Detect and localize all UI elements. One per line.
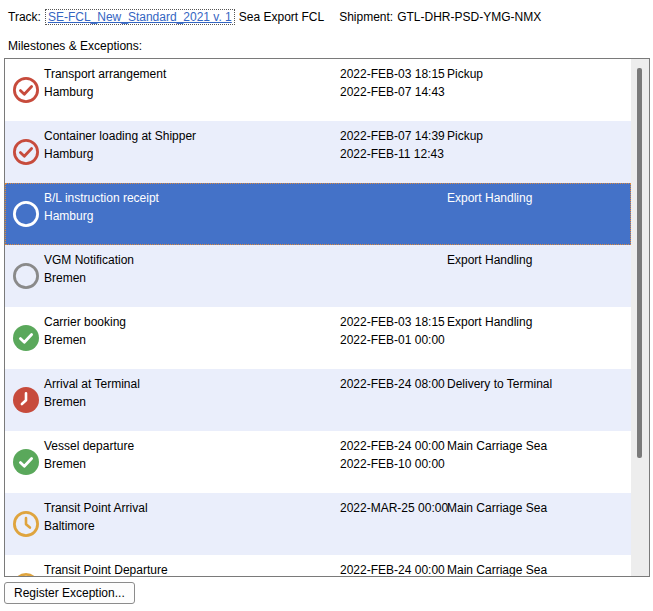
- milestone-row[interactable]: Vessel departure Bremen 2022-FEB-24 00:0…: [5, 431, 631, 493]
- check-filled-icon: [12, 324, 40, 352]
- milestone-row[interactable]: Transit Point Departure 2022-FEB-24 00:0…: [5, 555, 631, 577]
- milestones-list-label: Milestones & Exceptions:: [8, 39, 142, 53]
- milestone-date-1: 2022-FEB-24 00:00: [340, 439, 445, 453]
- register-exception-button[interactable]: Register Exception...: [4, 582, 135, 604]
- track-label: Track:: [8, 10, 41, 24]
- circle-outline-icon: [12, 262, 40, 290]
- milestone-date-2: 2022-FEB-07 14:43: [340, 85, 445, 99]
- track-type-text: Sea Export FCL: [239, 10, 324, 24]
- milestone-row[interactable]: Carrier booking Bremen 2022-FEB-03 18:15…: [5, 307, 631, 369]
- milestone-row[interactable]: B/L instruction receipt Hamburg Export H…: [5, 183, 631, 245]
- header-bar: Track: SE-FCL_New_Standard_2021 v. 1 Sea…: [8, 8, 648, 26]
- milestone-category: Delivery to Terminal: [447, 377, 552, 391]
- check-outline-icon: [12, 76, 40, 104]
- milestone-row[interactable]: Arrival at Terminal Bremen 2022-FEB-24 0…: [5, 369, 631, 431]
- milestone-date-1: 2022-FEB-03 18:15: [340, 315, 445, 329]
- milestone-date-1: 2022-FEB-03 18:15: [340, 67, 445, 81]
- milestone-location: Bremen: [44, 457, 86, 471]
- milestone-title: Arrival at Terminal: [44, 377, 140, 391]
- milestone-category: Export Handling: [447, 191, 532, 205]
- track-link[interactable]: SE-FCL_New_Standard_2021 v. 1: [45, 9, 235, 25]
- milestone-date-1: 2022-FEB-07 14:39: [340, 129, 445, 143]
- milestone-title: Transit Point Departure: [44, 563, 168, 577]
- check-outline-icon: [12, 138, 40, 166]
- milestone-location: Hamburg: [44, 147, 93, 161]
- milestone-row[interactable]: Transit Point Arrival Baltimore 2022-MAR…: [5, 493, 631, 555]
- milestone-title: Transport arrangement: [44, 67, 166, 81]
- clock-outline-icon: [12, 510, 40, 538]
- milestone-row[interactable]: Container loading at Shipper Hamburg 202…: [5, 121, 631, 183]
- milestone-title: Container loading at Shipper: [44, 129, 196, 143]
- milestone-title: Vessel departure: [44, 439, 134, 453]
- milestone-date-1: 2022-FEB-24 08:00: [340, 377, 445, 391]
- milestone-date-1: 2022-MAR-25 00:00: [340, 501, 448, 515]
- milestone-title: VGM Notification: [44, 253, 134, 267]
- milestone-location: Bremen: [44, 271, 86, 285]
- scrollbar-thumb[interactable]: [637, 68, 642, 458]
- milestones-listbox: Transport arrangement Hamburg 2022-FEB-0…: [4, 58, 650, 577]
- clock-outline-icon: [12, 572, 40, 577]
- milestone-location: Hamburg: [44, 209, 93, 223]
- milestone-category: Main Carriage Sea: [447, 563, 547, 577]
- milestone-date-2: 2022-FEB-10 00:00: [340, 457, 445, 471]
- milestone-location: Bremen: [44, 333, 86, 347]
- milestone-location: Baltimore: [44, 519, 95, 533]
- milestone-location: Bremen: [44, 395, 86, 409]
- milestone-category: Main Carriage Sea: [447, 501, 547, 515]
- milestone-category: Main Carriage Sea: [447, 439, 547, 453]
- milestone-category: Pickup: [447, 67, 483, 81]
- milestone-date-2: 2022-FEB-01 00:00: [340, 333, 445, 347]
- vertical-scrollbar[interactable]: [631, 59, 649, 576]
- milestone-category: Export Handling: [447, 253, 532, 267]
- milestone-row[interactable]: VGM Notification Bremen Export Handling: [5, 245, 631, 307]
- milestone-title: Transit Point Arrival: [44, 501, 148, 515]
- milestone-location: Hamburg: [44, 85, 93, 99]
- milestone-row[interactable]: Transport arrangement Hamburg 2022-FEB-0…: [5, 59, 631, 121]
- shipment-value: GTL-DHR-PSD-YMG-NMX: [397, 10, 541, 24]
- milestone-date-2: 2022-FEB-11 12:43: [340, 147, 444, 161]
- milestone-date-1: 2022-FEB-24 00:00: [340, 563, 445, 577]
- milestone-title: B/L instruction receipt: [44, 191, 159, 205]
- milestone-title: Carrier booking: [44, 315, 126, 329]
- clock-filled-icon: [12, 386, 40, 414]
- milestones-rows: Transport arrangement Hamburg 2022-FEB-0…: [5, 59, 631, 577]
- shipment-label: Shipment:: [339, 10, 393, 24]
- circle-outline-icon: [12, 200, 40, 228]
- milestone-category: Export Handling: [447, 315, 532, 329]
- check-filled-icon: [12, 448, 40, 476]
- milestone-category: Pickup: [447, 129, 483, 143]
